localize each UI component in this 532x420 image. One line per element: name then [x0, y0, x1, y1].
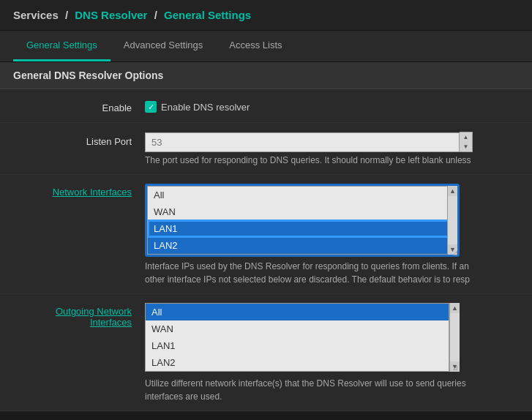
- network-interfaces-label[interactable]: Network Interfaces: [13, 184, 145, 198]
- list-item-wan[interactable]: WAN: [148, 203, 451, 220]
- outgoing-scroll-up[interactable]: ▲: [450, 303, 460, 313]
- enable-checkbox-label: Enable DNS resolver: [161, 102, 250, 113]
- scroll-up-arrow[interactable]: ▲: [448, 186, 457, 196]
- outgoing-scroll-track: [450, 313, 460, 361]
- enable-label: Enable: [13, 98, 145, 113]
- outgoing-list-item-wan[interactable]: WAN: [146, 320, 449, 337]
- tab-access-lists[interactable]: Access Lists: [216, 31, 295, 61]
- outgoing-network-label[interactable]: Outgoing Network Interfaces: [13, 303, 145, 328]
- breadcrumb: Services / DNS Resolver / General Settin…: [13, 9, 519, 21]
- outgoing-list-item-all[interactable]: All: [146, 304, 449, 320]
- listen-port-row: Listen Port ▲ ▼ The port used for respon…: [0, 123, 532, 175]
- breadcrumb-sep2: /: [154, 9, 157, 21]
- section-title: General DNS Resolver Options: [0, 62, 532, 89]
- network-interfaces-select[interactable]: All WAN LAN1 LAN2: [147, 186, 452, 255]
- breadcrumb-general-settings[interactable]: General Settings: [164, 9, 251, 21]
- enable-checkbox-row: ✓ Enable DNS resolver: [145, 98, 519, 113]
- listen-port-input[interactable]: [145, 132, 460, 152]
- port-spinner: ▲ ▼: [460, 132, 473, 152]
- tab-advanced-settings[interactable]: Advanced Settings: [110, 31, 216, 61]
- listen-port-label: Listen Port: [13, 132, 145, 147]
- outgoing-network-select[interactable]: All WAN LAN1 LAN2: [145, 303, 449, 372]
- list-item-all[interactable]: All: [148, 187, 451, 203]
- network-interfaces-list-outer: All WAN LAN1 LAN2 ▲ ▼: [145, 184, 460, 257]
- outgoing-resize-handle[interactable]: ⊿: [451, 363, 460, 372]
- outgoing-network-help2: interfaces are used.: [145, 391, 511, 402]
- outgoing-list-item-lan1[interactable]: LAN1: [146, 337, 449, 354]
- outgoing-network-control: All WAN LAN1 LAN2 ▲ ▼ ⊿ Utilize differen…: [145, 303, 519, 402]
- list-item-lan2[interactable]: LAN2: [148, 237, 451, 254]
- port-spinner-down[interactable]: ▼: [460, 142, 472, 151]
- scroll-track: [448, 196, 457, 244]
- outgoing-network-list-wrap: All WAN LAN1 LAN2 ▲ ▼ ⊿: [145, 303, 460, 372]
- outgoing-network-row: Outgoing Network Interfaces All WAN LAN1…: [0, 294, 532, 411]
- breadcrumb-services: Services: [13, 9, 59, 21]
- network-interfaces-control: All WAN LAN1 LAN2 ▲ ▼ ⊿ Interface I: [145, 184, 519, 285]
- network-interfaces-list-container: All WAN LAN1 LAN2 ▲ ▼: [147, 186, 457, 255]
- network-interfaces-list-wrap: All WAN LAN1 LAN2 ▲ ▼ ⊿: [145, 184, 460, 257]
- list-item-lan1[interactable]: LAN1: [148, 220, 451, 237]
- outgoing-network-help1: Utilize different network interface(s) t…: [145, 378, 511, 389]
- outgoing-list-item-lan2[interactable]: LAN2: [146, 354, 449, 371]
- listen-port-control: ▲ ▼ The port used for responding to DNS …: [145, 132, 519, 165]
- breadcrumb-dns-resolver[interactable]: DNS Resolver: [75, 9, 147, 21]
- network-interfaces-row: Network Interfaces All WAN LAN1 LAN2 ▲: [0, 175, 532, 294]
- network-interfaces-help2: other interface IPs not selected below a…: [145, 274, 511, 285]
- enable-checkbox-icon[interactable]: ✓: [145, 101, 157, 113]
- port-spinner-up[interactable]: ▲: [460, 132, 472, 142]
- outgoing-network-scrollbar: ▲ ▼: [449, 303, 460, 372]
- breadcrumb-sep1: /: [65, 9, 68, 21]
- port-input-wrap: ▲ ▼: [145, 132, 519, 152]
- main-content: General DNS Resolver Options Enable ✓ En…: [0, 62, 532, 411]
- listen-port-help: The port used for responding to DNS quer…: [145, 155, 511, 165]
- header: Services / DNS Resolver / General Settin…: [0, 0, 532, 31]
- tab-general-settings[interactable]: General Settings: [13, 31, 110, 61]
- resize-handle[interactable]: ⊿: [451, 248, 460, 257]
- network-interfaces-scrollbar: ▲ ▼: [447, 186, 457, 255]
- enable-control: ✓ Enable DNS resolver: [145, 98, 519, 113]
- network-interfaces-help1: Interface IPs used by the DNS Resolver f…: [145, 261, 511, 271]
- enable-row: Enable ✓ Enable DNS resolver: [0, 89, 532, 123]
- tabs-bar: General Settings Advanced Settings Acces…: [0, 31, 532, 62]
